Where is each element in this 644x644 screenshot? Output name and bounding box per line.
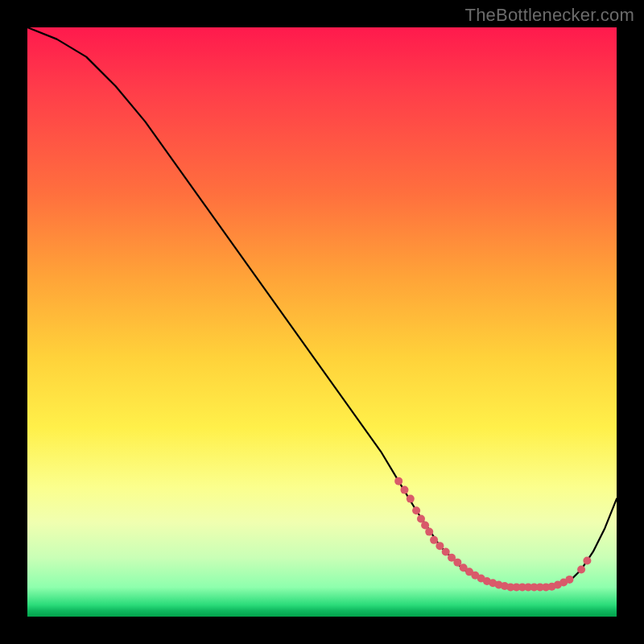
marker-dot — [577, 565, 585, 573]
attribution-label: TheBottlenecker.com — [465, 5, 634, 26]
marker-dot — [412, 506, 420, 514]
marker-dot — [442, 547, 450, 555]
marker-dot — [425, 528, 433, 536]
marker-dots — [394, 477, 591, 592]
marker-dot — [436, 542, 444, 550]
plot-area — [27, 27, 617, 617]
marker-dot — [407, 495, 415, 503]
marker-dot — [394, 477, 402, 485]
curve-layer — [27, 27, 617, 617]
marker-dot — [583, 556, 591, 564]
marker-dot — [430, 536, 438, 544]
marker-dot — [565, 576, 573, 584]
chart-frame: TheBottlenecker.com — [0, 0, 644, 644]
series-curve — [27, 27, 617, 587]
marker-dot — [400, 486, 408, 494]
